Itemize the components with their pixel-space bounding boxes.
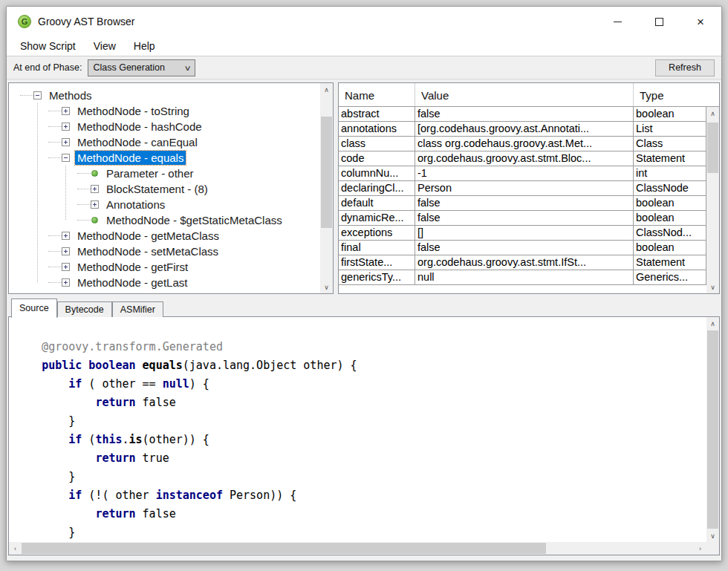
header-scrollbar-spacer (706, 83, 719, 106)
expand-icon[interactable] (62, 138, 70, 146)
tree-item[interactable]: MethodNode - getMetaClass (9, 228, 320, 244)
scroll-down-icon[interactable]: ∨ (706, 529, 719, 542)
tree-item[interactable]: MethodNode - getFirst (9, 259, 320, 275)
tree-item[interactable]: Methods (9, 88, 320, 103)
scroll-up-icon[interactable]: ∧ (320, 83, 333, 96)
table-rows: abstractfalsebooleanannotations[org.code… (339, 107, 706, 293)
source-horizontal-scrollbar[interactable]: ‹ › (9, 542, 706, 555)
table-row[interactable]: declaringCl...PersonClassNode (339, 181, 706, 196)
table-row[interactable]: dynamicRe...falseboolean (339, 211, 706, 226)
scroll-right-icon[interactable]: › (694, 542, 706, 555)
tree-vertical-scrollbar[interactable]: ∧ ∨ (320, 83, 333, 293)
table-scroll-thumb[interactable] (707, 123, 718, 173)
tree-item[interactable]: BlockStatement - (8) (9, 181, 320, 197)
table-cell-type: boolean (634, 241, 706, 255)
source-hscroll-track[interactable] (22, 542, 694, 555)
scroll-down-icon[interactable]: ∨ (320, 281, 333, 293)
table-cell-type: Statement (634, 255, 706, 270)
minimize-button[interactable] (597, 7, 638, 36)
code-line (15, 319, 706, 338)
table-cell-value: org.codehaus.groovy.ast.stmt.Bloc... (415, 151, 634, 166)
table-row[interactable]: annotations[org.codehaus.groovy.ast.Anno… (339, 122, 706, 137)
table-header: Name Value Type (339, 83, 719, 107)
scroll-up-icon[interactable]: ∧ (706, 317, 719, 330)
tab-source[interactable]: Source (11, 298, 57, 318)
source-tab-panel: @groovy.transform.Generated public boole… (8, 316, 720, 555)
menu-item-view[interactable]: View (86, 38, 123, 54)
column-header-value[interactable]: Value (415, 83, 634, 106)
table-cell-name: declaringCl... (339, 181, 415, 195)
menu-item-show-script[interactable]: Show Script (13, 38, 83, 54)
collapse-icon[interactable] (33, 91, 42, 99)
table-vertical-scrollbar[interactable]: ∧ ∨ (706, 107, 719, 293)
column-header-name[interactable]: Name (339, 83, 415, 106)
scroll-left-icon[interactable]: ‹ (9, 542, 22, 555)
table-cell-value: false (415, 196, 634, 210)
table-row[interactable]: abstractfalseboolean (339, 107, 706, 122)
table-cell-value: false (415, 211, 634, 225)
table-row[interactable]: classclass org.codehaus.groovy.ast.Met..… (339, 137, 706, 151)
maximize-button[interactable] (638, 7, 680, 36)
tree-guide-line (37, 103, 38, 282)
tree-item[interactable]: MethodNode - hashCode (9, 119, 320, 134)
tree-item-label: MethodNode - canEqual (75, 135, 200, 149)
tab-bytecode[interactable]: Bytecode (57, 301, 112, 317)
table-cell-name: final (339, 241, 415, 255)
close-button[interactable]: × (680, 7, 721, 36)
tree-item-label: MethodNode - equals (75, 151, 186, 165)
refresh-button[interactable]: Refresh (655, 59, 715, 76)
expand-icon[interactable] (62, 278, 70, 287)
window-controls: × (597, 7, 721, 36)
tree-item-label: MethodNode - $getStaticMetaClass (104, 213, 285, 227)
tree-scroll-thumb[interactable] (321, 117, 332, 228)
minimize-icon (614, 22, 622, 22)
tree-item-label: BlockStatement - (8) (104, 182, 210, 196)
table-row[interactable]: codeorg.codehaus.groovy.ast.stmt.Bloc...… (339, 151, 706, 166)
collapse-icon[interactable] (62, 154, 70, 162)
tree-item[interactable]: Parameter - other (9, 166, 320, 181)
table-row[interactable]: finalfalseboolean (339, 241, 706, 255)
scroll-down-icon[interactable]: ∨ (706, 281, 719, 293)
code-line: if (!( other instanceof Person)) { (15, 486, 706, 505)
tree-item[interactable]: MethodNode - equals (9, 150, 320, 166)
menu-bar: Show ScriptViewHelp (7, 36, 721, 56)
source-vscroll-track[interactable] (706, 330, 719, 529)
phase-select[interactable]: Class Generation ∨ (88, 59, 195, 76)
scroll-up-icon[interactable]: ∧ (706, 107, 719, 120)
table-scroll-track[interactable] (706, 120, 719, 281)
source-code-area[interactable]: @groovy.transform.Generated public boole… (9, 317, 706, 542)
source-vertical-scrollbar[interactable]: ∧ ∨ (706, 317, 719, 542)
tree-item[interactable]: MethodNode - toString (9, 103, 320, 119)
expand-icon[interactable] (91, 185, 99, 193)
tree-item[interactable]: MethodNode - setMetaClass (9, 244, 320, 259)
menu-item-help[interactable]: Help (126, 38, 163, 54)
expand-icon[interactable] (62, 123, 70, 131)
expand-icon[interactable] (62, 232, 70, 240)
tree-item[interactable]: MethodNode - canEqual (9, 134, 320, 150)
column-header-type[interactable]: Type (634, 83, 706, 106)
tree-item[interactable]: Annotations (9, 197, 320, 212)
source-hscroll-thumb[interactable] (22, 543, 546, 554)
expand-icon[interactable] (62, 263, 70, 271)
table-row[interactable]: firstState...org.codehaus.groovy.ast.stm… (339, 255, 706, 270)
tab-bar: SourceBytecodeASMifier (8, 298, 720, 317)
table-row[interactable]: exceptions[]ClassNod... (339, 226, 706, 241)
tree-item-label: MethodNode - setMetaClass (75, 244, 221, 258)
source-vscroll-thumb[interactable] (707, 330, 718, 529)
expand-icon[interactable] (91, 200, 99, 209)
tree-leaf-icon (91, 170, 98, 177)
tree-item[interactable]: MethodNode - getLast (9, 275, 320, 290)
table-cell-type: ClassNod... (634, 226, 706, 240)
table-cell-type: Generics... (634, 270, 706, 284)
expand-icon[interactable] (62, 107, 70, 115)
window-title: Groovy AST Browser (38, 16, 134, 27)
tree-scroll-track[interactable] (320, 96, 333, 281)
main-content: MethodsMethodNode - toStringMethodNode -… (7, 79, 721, 561)
code-line: @groovy.transform.Generated (15, 338, 706, 356)
tree-item[interactable]: MethodNode - $getStaticMetaClass (9, 212, 320, 228)
table-row[interactable]: genericsTy...nullGenerics... (339, 270, 706, 285)
tab-asmifier[interactable]: ASMifier (112, 301, 163, 317)
expand-icon[interactable] (62, 247, 70, 255)
table-row[interactable]: columnNu...-1int (339, 166, 706, 181)
table-row[interactable]: defaultfalseboolean (339, 196, 706, 211)
